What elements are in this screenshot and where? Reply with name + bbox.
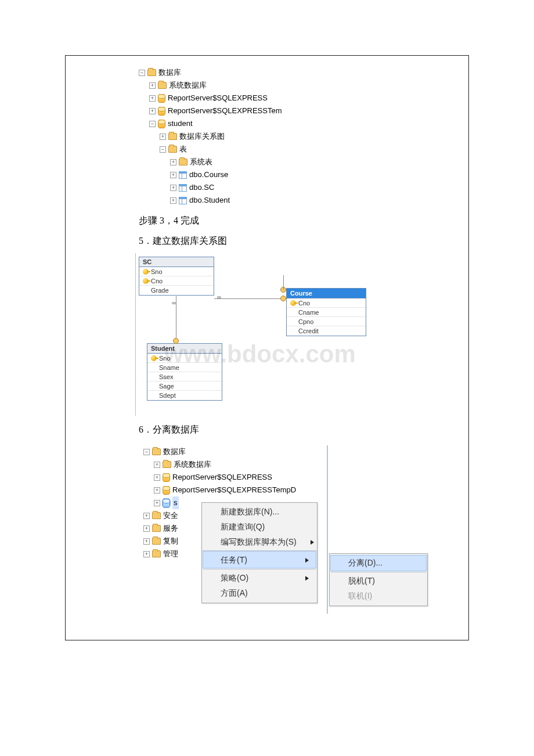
table-icon [179,184,187,192]
submenu-bring-online: 联机(I) [331,589,426,604]
menu-label: 新建查询(Q) [221,522,265,532]
expand-icon[interactable] [160,134,166,140]
menu-policies[interactable]: 策略(O) [203,569,316,586]
tree-node-table-student[interactable]: dbo.Student [170,194,453,207]
tree-node-systables[interactable]: 系统表 [170,156,453,168]
db-relationship-diagram: SC Sno Cno Grade Course Cno Cname Cpno C… [135,253,379,416]
key-spacer [290,319,296,325]
relationship-endpoint-icon [280,296,286,301]
collapse-icon[interactable] [160,146,166,153]
relationship-endpoint-icon [173,338,179,344]
menu-label: 新建数据库(N)... [221,507,279,517]
folder-icon [152,448,161,455]
folder-icon [168,146,177,153]
tree-node-databases[interactable]: 数据库 [139,66,453,79]
submenu-arrow-icon [305,558,309,563]
menu-label: 分离(D)... [348,558,383,567]
submenu-detach[interactable]: 分离(D)... [331,556,426,571]
expand-icon[interactable] [154,462,160,468]
column-label: Cpno [298,318,313,325]
tree-node-reportserver[interactable]: ReportServer$SQLEXPRESS [149,92,453,105]
tree-label: 服务 [163,522,178,535]
column-label: Ssex [159,373,173,380]
object-explorer-tree-1: 数据库 系统数据库 ReportServer$SQLEXP [139,66,453,207]
tree-node-student-db[interactable]: student [149,117,453,130]
tree-node-reportserver-temp[interactable]: ReportServer$SQLEXPRESSTempD [154,484,453,496]
expand-icon[interactable] [170,185,176,191]
collapse-icon[interactable] [143,449,150,455]
primary-key-icon [143,269,149,275]
tree-label: 数据库 [163,445,186,458]
tree-node-table-sc[interactable]: dbo.SC [170,181,453,194]
tree-label: dbo.SC [189,181,214,194]
menu-label: 脱机(T) [348,576,375,585]
expand-icon[interactable] [154,474,160,481]
table-icon [179,197,187,204]
expand-icon[interactable] [143,538,150,545]
tree-label: 数据库 [158,66,181,79]
expand-icon[interactable] [143,551,150,557]
menu-script-database-as[interactable]: 编写数据库脚本为(S) [203,535,316,550]
tree-label: ReportServer$SQLEXPRESS [172,471,272,484]
primary-key-icon [143,278,149,284]
expand-icon[interactable] [170,197,176,204]
tasks-submenu[interactable]: 分离(D)... 脱机(T) 联机(I) [329,553,428,606]
column-label: Sdept [159,392,176,399]
diagram-table-header: Course [287,289,366,298]
database-icon [163,473,170,482]
expand-icon[interactable] [154,487,160,494]
collapse-icon[interactable] [149,121,156,127]
infinity-symbol: ∞ [172,300,176,306]
tree-node-reportserver-temp[interactable]: ReportServer$SQLEXPRESSTem [149,105,453,117]
expand-icon[interactable] [149,108,156,114]
tree-node-reportserver[interactable]: ReportServer$SQLEXPRESS [154,471,453,484]
expand-icon[interactable] [143,513,150,519]
tree-node-tables[interactable]: 表 [160,143,453,156]
key-spacer [151,393,157,398]
column-label: Cname [298,309,319,316]
tree-label: s [172,496,179,509]
expand-icon[interactable] [149,82,156,89]
expand-icon[interactable] [170,159,176,165]
diagram-table-student[interactable]: Student Sno Sname Ssex Sage Sdept [147,343,222,401]
menu-label: 编写数据库脚本为(S) [221,537,297,548]
tree-node-sysdb[interactable]: 系统数据库 [154,458,453,471]
tree-node-databases[interactable]: 数据库 [143,445,453,458]
tree-label: 安全 [163,509,178,522]
menu-new-query[interactable]: 新建查询(Q) [203,520,316,535]
submenu-take-offline[interactable]: 脱机(T) [331,572,426,589]
tree-label: 管理 [163,548,178,560]
tree-label: dbo.Student [189,194,230,207]
expand-icon[interactable] [170,172,176,178]
database-icon [163,499,170,507]
expand-icon[interactable] [143,525,150,532]
collapse-icon[interactable] [139,70,145,76]
expand-icon[interactable] [149,95,156,102]
primary-key-icon [151,355,157,361]
tree-label: 系统表 [190,156,212,168]
context-menu[interactable]: 新建数据库(N)... 新建查询(Q) 编写数据库脚本为(S) 任务(T) 策略… [201,502,317,603]
tree-label: ReportServer$SQLEXPRESSTem [168,105,282,117]
menu-tasks[interactable]: 任务(T) [203,551,316,568]
relationship-line [176,296,176,343]
tree-label: student [168,117,193,130]
diagram-table-header: Student [147,344,222,354]
folder-icon [158,82,167,89]
submenu-arrow-icon [305,576,309,581]
tree-node-sysdb[interactable]: 系统数据库 [149,79,453,92]
tree-node-table-course[interactable]: dbo.Course [170,168,453,181]
menu-facets[interactable]: 方面(A) [203,586,316,601]
expand-icon[interactable] [154,500,160,506]
step-6-heading: 6．分离数据库 [139,424,453,436]
key-spacer [151,365,157,370]
menu-new-database[interactable]: 新建数据库(N)... [203,505,316,520]
relationship-line [214,298,286,299]
menu-label: 方面(A) [221,588,248,599]
column-label: Ccredit [298,327,319,334]
tree-node-db-diagrams[interactable]: 数据库关系图 [160,130,453,143]
table-icon [179,171,187,179]
menu-label: 策略(O) [221,573,248,584]
detach-db-area: 数据库 系统数据库 [143,445,453,614]
diagram-table-sc[interactable]: SC Sno Cno Grade [139,257,214,296]
diagram-table-course[interactable]: Course Cno Cname Cpno Ccredit [286,288,366,336]
